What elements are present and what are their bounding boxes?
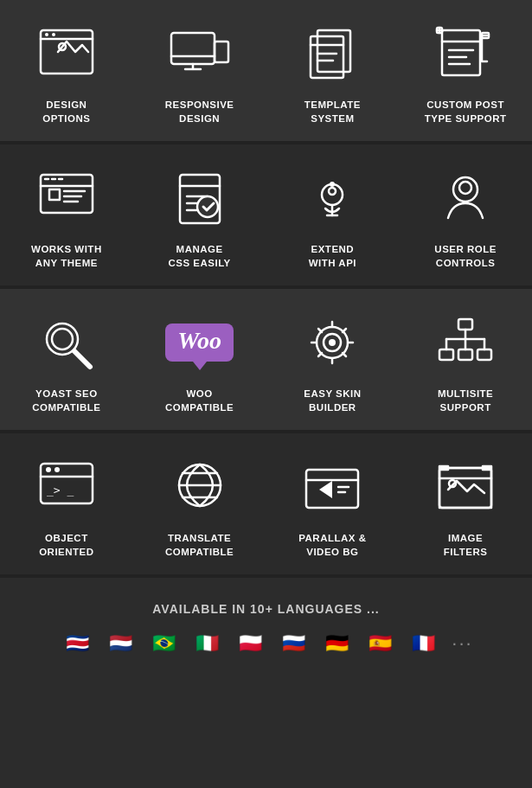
template-system-label: TEMPLATESYSTEM: [304, 99, 361, 125]
flag-poland: 🇵🇱: [232, 631, 268, 656]
svg-point-13: [197, 196, 218, 217]
svg-point-15: [329, 188, 336, 195]
custom-post-type-support-icon: [426, 19, 504, 88]
extend-with-api-label: EXTENDWITH API: [309, 243, 356, 270]
yoast-seo-compatible-icon: [28, 308, 106, 377]
translate-compatible-icon: [161, 452, 239, 522]
svg-point-53: [449, 480, 456, 487]
svg-point-45: [54, 467, 60, 472]
flag-spain: 🇪🇸: [362, 631, 398, 656]
svg-rect-52: [439, 468, 491, 508]
svg-rect-37: [478, 349, 491, 360]
feature-design-options: DESIGNOPTIONS: [0, 0, 133, 141]
user-role-controls-icon: [426, 163, 504, 233]
translate-compatible-label: TRANSLATECOMPATIBLE: [165, 532, 234, 559]
svg-point-25: [329, 339, 336, 346]
svg-point-21: [52, 329, 73, 349]
feature-parallax-video-bg: PARALLAX &VIDEO BG: [266, 433, 400, 574]
template-system-icon: [293, 19, 371, 88]
design-options-icon: [28, 19, 106, 88]
feature-easy-skin-builder: EASY SKINBUILDER: [266, 289, 400, 430]
yoast-seo-compatible-label: YOAST SEOCOMPATIBLE: [32, 388, 100, 414]
feature-yoast-seo-compatible: YOAST SEOCOMPATIBLE: [0, 289, 133, 430]
languages-title: AVAILABLE IN 10+ LANGUAGES ...: [152, 602, 379, 616]
feature-multisite-support: MULTISITESUPPORT: [399, 289, 532, 430]
flag-france: 🇫🇷: [405, 631, 441, 656]
works-with-any-theme-icon: [28, 163, 106, 233]
parallax-video-bg-icon: [293, 452, 371, 522]
multisite-support-icon: [426, 308, 504, 377]
feature-extend-with-api: EXTENDWITH API: [266, 144, 400, 285]
responsive-design-label: RESPONSIVEDESIGN: [165, 99, 234, 125]
easy-skin-builder-icon: [293, 308, 371, 377]
feature-section-1: DESIGNOPTIONS RESPONSIVEDESIGN TEMPLATES…: [0, 0, 532, 144]
feature-object-oriented: _> _ OBJECTORIENTED: [0, 433, 133, 574]
feature-translate-compatible: TRANSLATECOMPATIBLE: [133, 433, 266, 574]
flag-russia: 🇷🇺: [275, 631, 311, 656]
image-filters-icon: [426, 452, 504, 522]
object-oriented-icon: _> _: [28, 452, 106, 522]
svg-rect-4: [171, 33, 215, 64]
woo-compatible-label: WOOCOMPATIBLE: [165, 388, 234, 414]
svg-line-30: [318, 329, 322, 332]
feature-manage-css-easily: MANAGECSS EASILY: [133, 144, 266, 285]
image-filters-label: IMAGEFILTERS: [444, 532, 488, 559]
feature-works-with-any-theme: WORKS WITHANY THEME: [0, 144, 133, 285]
feature-section-3: YOAST SEOCOMPATIBLE Woo WOOCOMPATIBLE: [0, 289, 532, 433]
svg-rect-5: [215, 42, 228, 62]
svg-point-44: [46, 467, 51, 472]
svg-line-22: [74, 351, 90, 367]
extend-with-api-icon: [293, 163, 371, 233]
flags-row: 🇨🇷 🇳🇱 🇧🇷 🇮🇹 🇵🇱 🇷🇺 🇩🇪 🇪🇸 🇫🇷 ···: [59, 631, 472, 656]
flag-costarica: 🇨🇷: [59, 631, 95, 656]
feature-user-role-controls: USER ROLECONTROLS: [399, 144, 532, 285]
responsive-design-icon: [161, 19, 239, 88]
design-options-label: DESIGNOPTIONS: [42, 99, 90, 125]
multisite-support-label: MULTISITESUPPORT: [438, 388, 493, 414]
feature-section-4: _> _ OBJECTORIENTED TRANSLATECOMPATIBLE: [0, 433, 532, 578]
object-oriented-label: OBJECTORIENTED: [39, 532, 93, 559]
svg-line-31: [343, 353, 346, 356]
manage-css-easily-icon: [161, 163, 239, 233]
svg-point-1: [45, 33, 48, 36]
flag-italy: 🇮🇹: [189, 631, 225, 656]
easy-skin-builder-label: EASY SKINBUILDER: [304, 388, 361, 414]
flag-netherlands: 🇳🇱: [102, 631, 138, 656]
languages-section: AVAILABLE IN 10+ LANGUAGES ... 🇨🇷 🇳🇱 🇧🇷 …: [0, 578, 532, 682]
svg-rect-36: [458, 349, 472, 360]
svg-point-17: [330, 182, 335, 187]
custom-post-type-support-label: CUSTOM POSTTYPE SUPPORT: [425, 99, 507, 125]
svg-point-2: [52, 33, 55, 36]
flag-brazil: 🇧🇷: [145, 631, 182, 656]
feature-woo-compatible: Woo WOOCOMPATIBLE: [133, 289, 266, 430]
svg-line-33: [318, 353, 322, 356]
woo-text: Woo: [177, 329, 221, 353]
more-flags-dots: ···: [452, 632, 472, 655]
svg-rect-0: [41, 30, 93, 74]
svg-rect-34: [458, 319, 472, 330]
svg-line-32: [343, 329, 346, 332]
svg-point-19: [459, 182, 471, 194]
woo-compatible-icon: Woo: [161, 308, 239, 377]
feature-custom-post-type-support: CUSTOM POSTTYPE SUPPORT: [399, 0, 532, 141]
manage-css-easily-label: MANAGECSS EASILY: [168, 243, 230, 270]
svg-rect-8: [442, 30, 480, 75]
parallax-video-bg-label: PARALLAX &VIDEO BG: [298, 532, 366, 559]
flag-germany: 🇩🇪: [318, 631, 355, 656]
feature-responsive-design: RESPONSIVEDESIGN: [133, 0, 266, 141]
svg-text:_> _: _> _: [47, 484, 74, 497]
feature-image-filters: IMAGEFILTERS: [399, 433, 532, 574]
works-with-any-theme-label: WORKS WITHANY THEME: [31, 243, 102, 270]
user-role-controls-label: USER ROLECONTROLS: [434, 243, 497, 270]
feature-section-2: WORKS WITHANY THEME MANAGECSS EASILY: [0, 144, 532, 289]
svg-rect-35: [439, 349, 453, 360]
feature-template-system: TEMPLATESYSTEM: [266, 0, 400, 141]
